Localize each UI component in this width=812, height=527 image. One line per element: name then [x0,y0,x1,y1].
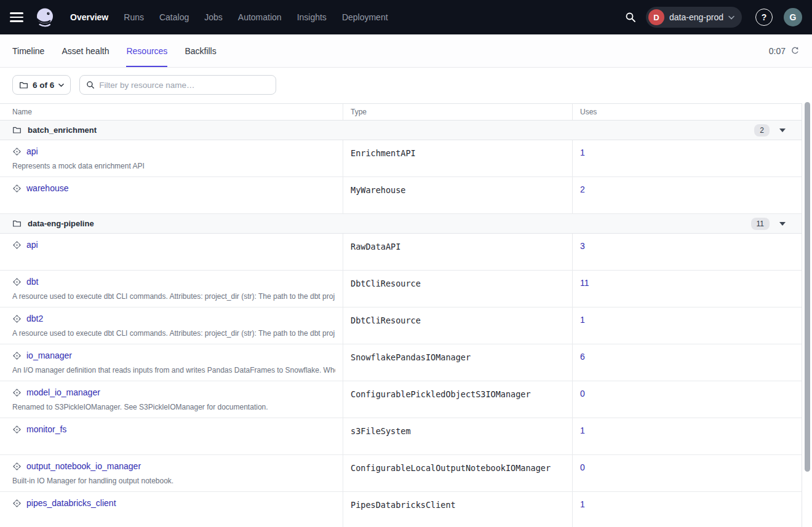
resource-type: ConfigurableLocalOutputNotebookIOManager [351,461,565,473]
table-row: warehouse MyWarehouse 2 [0,177,802,214]
resource-filter-box [79,75,276,95]
resource-icon [12,425,22,434]
uses-count-link[interactable]: 3 [580,240,585,251]
resource-link[interactable]: dbt [26,277,38,287]
resource-description: Renamed to S3PickleIOManager. See S3Pick… [12,403,335,411]
resource-link[interactable]: warehouse [26,183,69,193]
deployment-name: data-eng-prod [669,12,723,22]
uses-count-link[interactable]: 1 [580,424,585,435]
group-count-badge: 11 [751,218,770,230]
group-count-label: 6 of 6 [33,81,54,90]
resource-description: A resource used to execute dbt CLI comma… [12,292,335,301]
menu-icon[interactable] [10,9,26,25]
overview-tab-bar: Timeline Asset health Resources Backfill… [0,34,812,68]
search-icon[interactable] [620,7,641,28]
nav-item-jobs[interactable]: Jobs [204,12,223,22]
table-row: dbt2 A resource used to execute dbt CLI … [0,307,802,344]
chevron-down-icon [728,15,734,20]
resource-icon [12,184,22,193]
group-row-data-eng-pipeline[interactable]: data-eng-pipeline 11 [0,214,802,234]
chevron-down-icon [58,83,64,87]
top-nav: Overview Runs Catalog Jobs Automation In… [0,0,812,34]
resources-table: Name Type Uses batch_enrichment 2 api Re… [0,103,802,527]
resource-icon [12,462,22,471]
tab-backfills[interactable]: Backfills [185,34,216,67]
resource-link[interactable]: io_manager [26,351,72,360]
group-count-badge: 2 [754,124,770,137]
resource-filter-input[interactable] [99,81,269,90]
resource-type: EnrichmentAPI [351,146,565,158]
collapse-caret-icon[interactable] [779,222,786,226]
tab-resources[interactable]: Resources [126,34,167,67]
table-row: pipes_databricks_client PipesDatabricksC… [0,492,802,527]
collapse-caret-icon[interactable] [779,129,786,132]
resource-link[interactable]: output_notebook_io_manager [26,461,141,471]
resource-description: Built-in IO Manager for handling output … [12,477,335,485]
table-row: monitor_fs s3FileSystem 1 [0,418,802,455]
resource-type: ConfigurablePickledObjectS3IOManager [351,387,565,399]
table-row: api RawDataAPI 3 [0,234,802,271]
nav-item-insights[interactable]: Insights [297,12,327,22]
uses-count-link[interactable]: 11 [580,277,589,288]
uses-count-link[interactable]: 2 [580,183,585,194]
nav-item-automation[interactable]: Automation [238,12,282,22]
nav-item-deployment[interactable]: Deployment [342,12,388,22]
resource-description: A resource used to execute dbt CLI comma… [12,329,335,338]
group-name: data-eng-pipeline [28,219,94,228]
uses-count-link[interactable]: 1 [580,146,585,157]
resource-type: DbtCliResource [351,314,565,325]
nav-item-runs[interactable]: Runs [124,12,144,22]
search-icon [86,81,95,89]
group-count-dropdown[interactable]: 6 of 6 [12,75,71,95]
resource-icon [12,388,22,397]
column-header-name: Name [0,108,343,116]
vertical-scrollbar[interactable] [805,102,810,472]
refresh-icon[interactable] [790,46,800,55]
refresh-timer: 0:07 [769,46,800,56]
folder-icon [12,219,22,228]
resource-icon [12,277,22,287]
group-name: batch_enrichment [28,125,97,135]
primary-nav: Overview Runs Catalog Jobs Automation In… [70,12,388,22]
help-icon[interactable]: ? [755,9,773,26]
folder-icon [12,125,22,135]
column-header-type: Type [343,104,572,120]
deployment-switcher[interactable]: D data-eng-prod [646,7,742,28]
resource-link[interactable]: api [26,146,38,156]
uses-count-link[interactable]: 0 [580,387,585,398]
table-row: model_io_manager Renamed to S3PickleIOMa… [0,381,802,418]
resource-type: RawDataAPI [351,240,565,252]
dagster-logo-icon[interactable] [33,6,57,29]
timer-value: 0:07 [769,46,786,56]
resource-type: s3FileSystem [351,424,565,436]
resource-type: SnowflakePandasIOManager [351,351,565,362]
resource-description: An I/O manager definition that reads inp… [12,366,335,374]
resource-icon [12,147,22,156]
resource-link[interactable]: api [26,240,38,250]
resource-icon [12,314,22,323]
nav-item-catalog[interactable]: Catalog [159,12,189,22]
uses-count-link[interactable]: 0 [580,461,585,472]
uses-count-link[interactable]: 1 [580,314,585,325]
resource-link[interactable]: model_io_manager [26,387,100,397]
deployment-badge: D [648,9,664,25]
table-row: dbt A resource used to execute dbt CLI c… [0,271,802,307]
user-avatar[interactable]: G [784,8,802,26]
uses-count-link[interactable]: 6 [580,351,585,362]
uses-count-link[interactable]: 1 [580,498,585,509]
table-header: Name Type Uses [0,103,802,121]
table-row: api Represents a mock data enrichment AP… [0,140,802,177]
resource-link[interactable]: monitor_fs [26,424,66,434]
group-row-batch-enrichment[interactable]: batch_enrichment 2 [0,121,802,140]
tab-timeline[interactable]: Timeline [12,34,44,67]
column-header-uses: Uses [572,104,802,120]
resource-link[interactable]: pipes_databricks_client [26,498,116,508]
nav-item-overview[interactable]: Overview [70,12,108,22]
resource-type: DbtCliResource [351,277,565,288]
resource-icon [12,351,22,360]
resource-icon [12,240,22,250]
resource-icon [12,499,22,508]
folder-icon [19,81,28,90]
tab-asset-health[interactable]: Asset health [62,34,109,67]
resource-link[interactable]: dbt2 [26,314,43,323]
